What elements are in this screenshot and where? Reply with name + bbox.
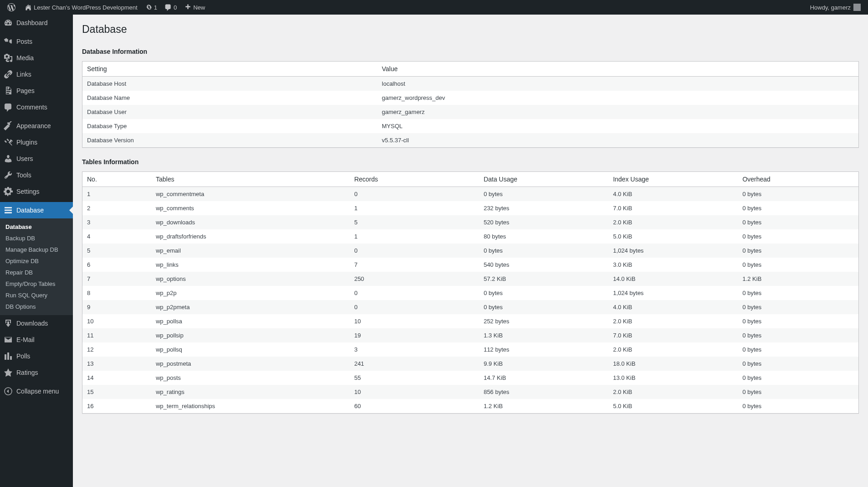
table-cell: 10	[349, 314, 479, 328]
table-cell: 7.0 KiB	[608, 328, 738, 342]
table-row: 12wp_pollsq3112 bytes2.0 KiB0 bytes	[82, 342, 859, 357]
table-row: Database Hostlocalhost	[82, 77, 859, 91]
table-cell: 232 bytes	[479, 201, 608, 215]
sidebar-item-links[interactable]: Links	[0, 66, 73, 83]
submenu-item-repair-db[interactable]: Repair DB	[0, 267, 73, 278]
submenu-item-database[interactable]: Database	[0, 221, 73, 233]
sidebar-item-database[interactable]: Database	[0, 202, 73, 218]
table-cell: gamerz_gamerz	[377, 105, 858, 119]
my-account[interactable]: Howdy, gamerz	[806, 0, 864, 15]
table-row: 9wp_p2pmeta00 bytes4.0 KiB0 bytes	[82, 300, 859, 314]
sidebar-item-appearance[interactable]: Appearance	[0, 118, 73, 134]
sidebar-item-label: Dashboard	[16, 19, 48, 26]
sidebar-item-downloads[interactable]: Downloads	[0, 315, 73, 332]
sidebar-item-posts[interactable]: Posts	[0, 33, 73, 50]
table-header: Setting	[82, 62, 378, 77]
comment-icon	[164, 4, 172, 11]
sidebar-item-media[interactable]: Media	[0, 50, 73, 66]
table-row: 6wp_links7540 bytes3.0 KiB0 bytes	[82, 258, 859, 272]
sidebar-item-label: E-Mail	[16, 336, 35, 343]
table-cell: wp_term_relationships	[151, 399, 349, 414]
table-cell: 60	[349, 399, 479, 414]
table-cell: 0 bytes	[479, 300, 608, 314]
comments-link[interactable]: 0	[161, 0, 180, 15]
sidebar-item-comments[interactable]: Comments	[0, 99, 73, 115]
table-cell: 13	[82, 357, 151, 371]
table-cell: 5.0 KiB	[608, 229, 738, 244]
sidebar-submenu: DatabaseBackup DBManage Backup DBOptimiz…	[0, 218, 73, 315]
table-cell: 3	[349, 342, 479, 357]
users-icon	[4, 154, 13, 163]
new-label: New	[193, 4, 205, 11]
sidebar-item-ratings[interactable]: Ratings	[0, 364, 73, 381]
sidebar-item-tools[interactable]: Tools	[0, 167, 73, 183]
new-content-link[interactable]: New	[180, 0, 209, 15]
main-content: Database Database Information SettingVal…	[73, 15, 868, 423]
wp-logo[interactable]	[4, 0, 21, 15]
page-title: Database	[82, 19, 859, 37]
table-row: 14wp_posts5514.7 KiB13.0 KiB0 bytes	[82, 371, 859, 385]
table-row: 10wp_pollsa10252 bytes2.0 KiB0 bytes	[82, 314, 859, 328]
sidebar-item-plugins[interactable]: Plugins	[0, 134, 73, 150]
table-cell: 0	[349, 300, 479, 314]
table-cell: 0 bytes	[738, 371, 858, 385]
sidebar-item-polls[interactable]: Polls	[0, 348, 73, 364]
updates-link[interactable]: 1	[141, 0, 161, 15]
table-cell: 0 bytes	[738, 258, 858, 272]
sidebar-item-collapse-menu[interactable]: Collapse menu	[0, 383, 73, 399]
admin-sidebar: DashboardPostsMediaLinksPagesCommentsApp…	[0, 15, 73, 423]
table-cell: 0 bytes	[738, 286, 858, 300]
table-row: Database Namegamerz_wordpress_dev	[82, 91, 859, 105]
table-cell: 0 bytes	[738, 300, 858, 314]
site-name: Lester Chan's WordPress Development	[34, 4, 138, 11]
table-cell: 6	[82, 258, 151, 272]
tools-icon	[4, 171, 13, 180]
sidebar-item-pages[interactable]: Pages	[0, 83, 73, 99]
table-cell: 14	[82, 371, 151, 385]
sidebar-item-users[interactable]: Users	[0, 150, 73, 167]
submenu-item-backup-db[interactable]: Backup DB	[0, 233, 73, 244]
sidebar-item-e-mail[interactable]: E-Mail	[0, 332, 73, 348]
submenu-item-manage-backup-db[interactable]: Manage Backup DB	[0, 244, 73, 255]
update-icon	[145, 4, 152, 11]
table-cell: 80 bytes	[479, 229, 608, 244]
submenu-item-optimize-db[interactable]: Optimize DB	[0, 255, 73, 267]
table-cell: Database Host	[82, 77, 378, 91]
wordpress-icon	[7, 3, 15, 11]
table-cell: 10	[82, 314, 151, 328]
table-cell: 1.3 KiB	[479, 328, 608, 342]
table-header: Records	[349, 172, 479, 187]
table-cell: wp_downloads	[151, 215, 349, 229]
sidebar-item-label: Downloads	[16, 320, 48, 327]
table-cell: wp_pollsq	[151, 342, 349, 357]
table-header: Index Usage	[608, 172, 738, 187]
table-cell: 2.0 KiB	[608, 342, 738, 357]
submenu-item-run-sql-query[interactable]: Run SQL Query	[0, 290, 73, 301]
table-cell: 0 bytes	[738, 314, 858, 328]
sidebar-item-label: Appearance	[16, 122, 51, 130]
table-cell: 1,024 bytes	[608, 286, 738, 300]
admin-bar-right: Howdy, gamerz	[806, 0, 864, 15]
table-cell: 1.2 KiB	[479, 399, 608, 414]
table-cell: 1.2 KiB	[738, 272, 858, 286]
table-cell: 4.0 KiB	[608, 300, 738, 314]
table-cell: 13.0 KiB	[608, 371, 738, 385]
table-cell: 520 bytes	[479, 215, 608, 229]
submenu-item-empty-drop-tables[interactable]: Empty/Drop Tables	[0, 278, 73, 290]
database-icon	[4, 206, 13, 215]
sidebar-item-settings[interactable]: Settings	[0, 183, 73, 200]
table-cell: 3	[82, 215, 151, 229]
sidebar-item-dashboard[interactable]: Dashboard	[0, 15, 73, 31]
sidebar-item-label: Users	[16, 155, 33, 162]
submenu-item-db-options[interactable]: DB Options	[0, 301, 73, 312]
settings-icon	[4, 187, 13, 196]
table-row: 11wp_pollsip191.3 KiB7.0 KiB0 bytes	[82, 328, 859, 342]
site-name-link[interactable]: Lester Chan's WordPress Development	[21, 0, 141, 15]
table-cell: 16	[82, 399, 151, 414]
table-cell: 5	[82, 244, 151, 258]
table-cell: 10	[349, 385, 479, 399]
pin-icon	[4, 37, 13, 46]
sidebar-item-label: Tools	[16, 171, 31, 179]
table-cell: wp_links	[151, 258, 349, 272]
table-cell: 18.0 KiB	[608, 357, 738, 371]
